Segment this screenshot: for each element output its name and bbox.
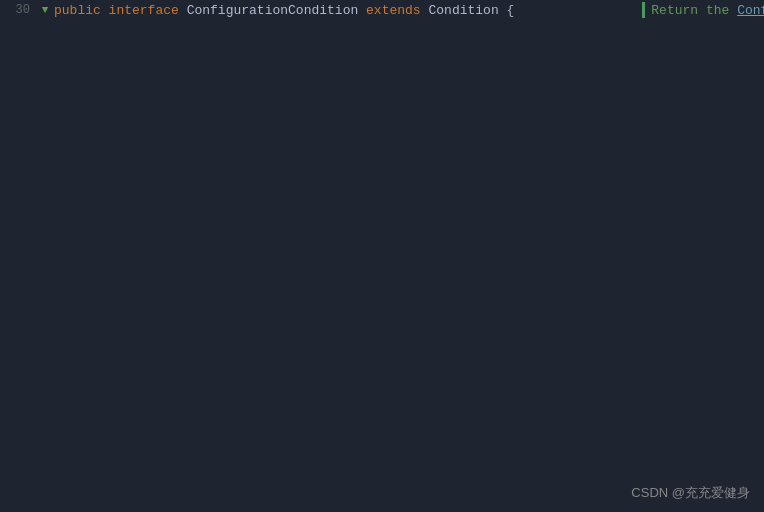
line-number: 30 <box>0 3 36 17</box>
fold-icon[interactable]: ▼ <box>36 4 54 16</box>
code-area: 30 ▼ public interface ConfigurationCondi… <box>0 0 764 512</box>
code-editor: 30 ▼ public interface ConfigurationCondi… <box>0 0 764 512</box>
code-line-doc1: Return the ConfigurationCondition.Config… <box>622 0 764 20</box>
code-line-30: public interface ConfigurationCondition … <box>54 0 514 20</box>
watermark: CSDN @充充爱健身 <box>631 484 750 502</box>
